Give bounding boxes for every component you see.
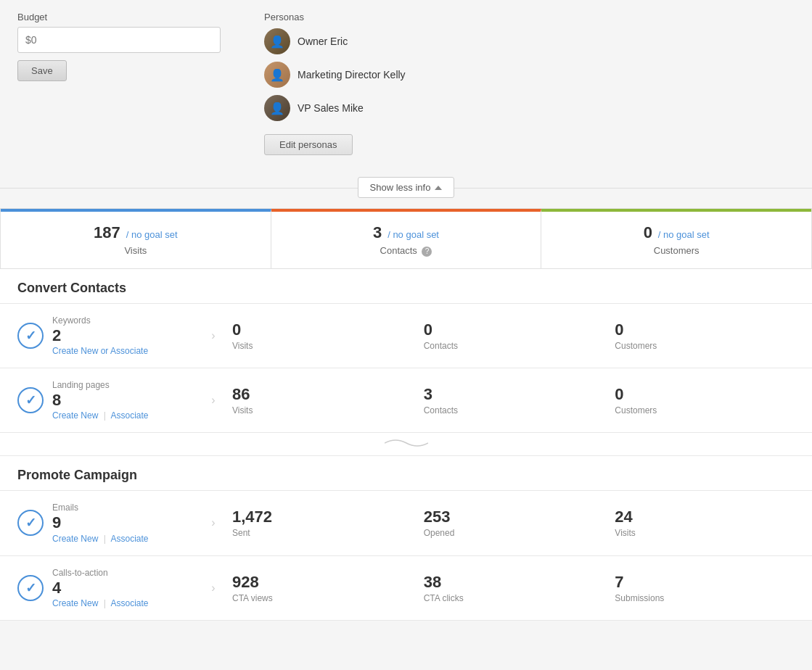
emails-row: ✓ Emails 9 Create New | Associate › 1,47… bbox=[0, 491, 812, 555]
lp-customers-value: 0 bbox=[615, 385, 783, 404]
landing-pages-type: Landing pages bbox=[52, 380, 200, 390]
customers-value: 0 bbox=[644, 223, 652, 241]
emails-left: ✓ Emails 9 Create New | Associate › bbox=[17, 502, 221, 543]
cta-submissions-label: Submissions bbox=[615, 593, 783, 603]
cta-views-value: 928 bbox=[232, 573, 401, 592]
keywords-stat-visits: 0 Visits bbox=[221, 320, 412, 351]
landing-pages-row: ✓ Landing pages 8 Create New | Associate… bbox=[0, 368, 812, 433]
wave-divider bbox=[0, 433, 812, 456]
cta-stat-views: 928 CTA views bbox=[221, 573, 412, 603]
promote-campaign-header: Promote Campaign bbox=[0, 456, 812, 490]
lp-stat-contacts: 3 Contacts bbox=[412, 385, 604, 415]
budget-label: Budget bbox=[17, 12, 221, 22]
landing-pages-chevron[interactable]: › bbox=[206, 393, 221, 408]
cta-separator: | bbox=[104, 598, 106, 608]
metric-visits-row: 187 / no goal set bbox=[1, 223, 271, 242]
emails-stat-opened: 253 Opened bbox=[412, 508, 604, 538]
metric-contacts: 3 / no goal set Contacts ? bbox=[271, 209, 542, 268]
cta-create-link[interactable]: Create New bbox=[52, 598, 98, 608]
keywords-contacts-value: 0 bbox=[424, 320, 592, 339]
emails-info: Emails 9 Create New | Associate bbox=[52, 502, 200, 543]
cta-row: ✓ Calls-to-action 4 Create New | Associa… bbox=[0, 556, 812, 621]
keywords-customers-value: 0 bbox=[615, 320, 783, 339]
metrics-bar: 187 / no goal set Visits 3 / no goal set… bbox=[0, 208, 812, 269]
avatar-kelly: 👤 bbox=[264, 62, 290, 88]
edit-personas-button[interactable]: Edit personas bbox=[264, 134, 353, 155]
keywords-create-associate-link[interactable]: Create New or Associate bbox=[52, 346, 148, 356]
keywords-info: Keywords 2 Create New or Associate bbox=[52, 315, 200, 356]
cta-views-label: CTA views bbox=[232, 593, 401, 603]
cta-submissions-value: 7 bbox=[615, 573, 783, 592]
emails-visits-value: 24 bbox=[615, 508, 783, 526]
persona-item-kelly: 👤 Marketing Director Kelly bbox=[264, 62, 795, 88]
emails-opened-value: 253 bbox=[424, 508, 592, 526]
customers-label: Customers bbox=[541, 245, 811, 256]
visits-goal[interactable]: / no goal set bbox=[126, 229, 178, 240]
lp-customers-label: Customers bbox=[615, 405, 783, 415]
landing-pages-stats: 86 Visits 3 Contacts 0 Customers bbox=[221, 385, 795, 415]
keywords-customers-label: Customers bbox=[615, 341, 783, 351]
budget-section: Budget Save bbox=[17, 12, 221, 155]
keywords-chevron[interactable]: › bbox=[206, 328, 221, 343]
show-less-label: Show less info bbox=[370, 182, 431, 193]
contacts-goal[interactable]: / no goal set bbox=[387, 229, 439, 240]
metric-contacts-row: 3 / no goal set bbox=[271, 223, 541, 242]
emails-visits-label: Visits bbox=[615, 528, 783, 538]
cta-stat-submissions: 7 Submissions bbox=[603, 573, 795, 603]
emails-sent-value: 1,472 bbox=[232, 508, 401, 526]
cta-check: ✓ bbox=[17, 575, 44, 601]
cta-left: ✓ Calls-to-action 4 Create New | Associa… bbox=[17, 568, 221, 608]
keywords-stat-customers: 0 Customers bbox=[603, 320, 795, 351]
check-icon-3: ✓ bbox=[25, 515, 36, 531]
cta-type: Calls-to-action bbox=[52, 568, 200, 578]
emails-stat-sent: 1,472 Sent bbox=[221, 508, 412, 538]
lp-visits-label: Visits bbox=[232, 405, 401, 415]
landing-pages-left: ✓ Landing pages 8 Create New | Associate… bbox=[17, 380, 221, 421]
metric-customers: 0 / no goal set Customers bbox=[541, 209, 811, 268]
check-icon-4: ✓ bbox=[25, 580, 36, 596]
persona-name-kelly: Marketing Director Kelly bbox=[298, 69, 406, 80]
persona-item-eric: 👤 Owner Eric bbox=[264, 28, 795, 54]
lp-contacts-value: 3 bbox=[424, 385, 592, 404]
emails-sent-label: Sent bbox=[232, 528, 401, 538]
landing-pages-info: Landing pages 8 Create New | Associate bbox=[52, 380, 200, 421]
emails-separator: | bbox=[104, 534, 106, 544]
landing-pages-check: ✓ bbox=[17, 387, 44, 413]
emails-chevron[interactable]: › bbox=[206, 516, 221, 530]
contacts-label: Contacts ? bbox=[271, 245, 541, 257]
lp-stat-customers: 0 Customers bbox=[603, 385, 795, 415]
keywords-type: Keywords bbox=[52, 315, 200, 326]
emails-create-link[interactable]: Create New bbox=[52, 534, 98, 544]
avatar-mike: 👤 bbox=[264, 95, 290, 121]
keywords-stat-contacts: 0 Contacts bbox=[412, 320, 604, 351]
persona-name-mike: VP Sales Mike bbox=[298, 102, 364, 114]
cta-chevron[interactable]: › bbox=[206, 581, 221, 595]
landing-pages-create-link[interactable]: Create New bbox=[52, 410, 98, 421]
contacts-value: 3 bbox=[373, 223, 382, 241]
emails-type: Emails bbox=[52, 502, 200, 513]
cta-info: Calls-to-action 4 Create New | Associate bbox=[52, 568, 200, 608]
emails-associate-link[interactable]: Associate bbox=[111, 534, 149, 544]
landing-pages-associate-link[interactable]: Associate bbox=[111, 410, 149, 421]
save-button[interactable]: Save bbox=[17, 60, 67, 81]
budget-input[interactable] bbox=[17, 27, 221, 53]
cta-clicks-value: 38 bbox=[424, 573, 592, 592]
landing-pages-actions: Create New | Associate bbox=[52, 410, 200, 421]
cta-stat-clicks: 38 CTA clicks bbox=[412, 573, 604, 603]
show-less-bar: Show less info bbox=[0, 167, 812, 208]
visits-value: 187 bbox=[94, 223, 120, 241]
show-less-button[interactable]: Show less info bbox=[358, 177, 455, 198]
cta-associate-link[interactable]: Associate bbox=[111, 598, 149, 608]
top-section: Budget Save Personas 👤 Owner Eric 👤 Mark… bbox=[0, 0, 812, 155]
landing-pages-separator: | bbox=[104, 410, 106, 421]
metric-visits: 187 / no goal set Visits bbox=[1, 209, 271, 268]
persona-name-eric: Owner Eric bbox=[298, 36, 348, 47]
visits-label: Visits bbox=[1, 245, 271, 256]
avatar-eric: 👤 bbox=[264, 28, 290, 54]
check-icon-2: ✓ bbox=[25, 392, 36, 408]
customers-goal[interactable]: / no goal set bbox=[658, 229, 710, 240]
personas-label: Personas bbox=[264, 12, 795, 22]
contacts-info-icon[interactable]: ? bbox=[422, 247, 432, 257]
keywords-stats: 0 Visits 0 Contacts 0 Customers bbox=[221, 320, 795, 351]
wave-svg bbox=[385, 437, 428, 449]
